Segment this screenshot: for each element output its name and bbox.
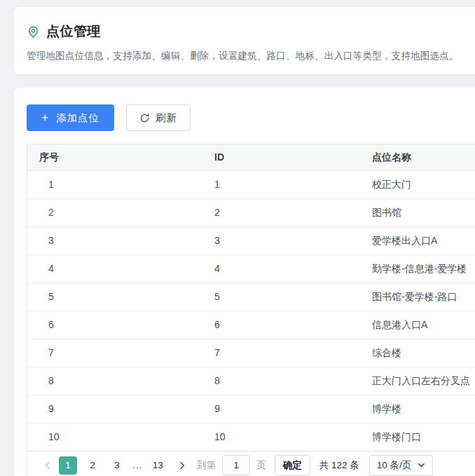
table-row: 5 5 图书馆-爱学楼-路口 <box>27 283 475 311</box>
refresh-button[interactable]: 刷新 <box>126 104 191 131</box>
cell-index: 1 <box>27 171 202 199</box>
page-size-value: 10 条/页 <box>377 459 412 472</box>
table-row: 2 2 图书馆 <box>27 199 475 227</box>
cell-index: 7 <box>27 339 202 367</box>
cell-name: 博学楼 <box>360 395 475 423</box>
cell-name: 图书馆 <box>360 199 475 227</box>
chevron-down-icon <box>418 461 425 469</box>
cell-name: 博学楼门口 <box>360 423 475 451</box>
cell-id: 8 <box>202 367 360 395</box>
cell-id: 5 <box>202 283 360 311</box>
table-row: 4 4 勤学楼-信息港-爱学楼 <box>27 255 475 283</box>
chevron-right-icon[interactable] <box>177 461 187 470</box>
cell-name: 正大门入口左右分叉点 <box>360 367 475 395</box>
page-ellipsis: ... <box>132 460 142 470</box>
cell-name: 图书馆-爱学楼-路口 <box>360 283 475 311</box>
content-card: + 添加点位 刷新 序号 ID 点位名称 <box>14 88 475 476</box>
points-table-container: 序号 ID 点位名称 1 1 校正大门 2 2 图书馆 3 3 <box>27 144 475 476</box>
table-row: 8 8 正大门入口左右分叉点 <box>27 367 475 395</box>
cell-id: 10 <box>202 423 360 451</box>
table-row: 3 3 爱学楼出入口A <box>27 227 475 255</box>
cell-id: 7 <box>202 339 360 367</box>
title-row: 点位管理 <box>27 22 475 41</box>
cell-id: 9 <box>202 395 360 423</box>
page-button-1[interactable]: 1 <box>59 456 77 475</box>
cell-id: 4 <box>202 255 360 283</box>
header-card: 点位管理 管理地图点位信息，支持添加、编辑、删除，设置建筑、路口、地标、出入口等… <box>14 7 475 74</box>
location-pin-icon <box>27 25 40 39</box>
page-description: 管理地图点位信息，支持添加、编辑、删除，设置建筑、路口、地标、出入口等类型，支持… <box>27 50 475 62</box>
cell-index: 2 <box>27 199 202 227</box>
cell-id: 3 <box>202 227 360 255</box>
cell-index: 9 <box>27 395 202 423</box>
cell-index: 10 <box>27 423 202 451</box>
column-header-name: 点位名称 <box>360 144 475 171</box>
cell-index: 5 <box>27 283 202 311</box>
cell-id: 2 <box>202 199 360 227</box>
cell-index: 3 <box>27 227 202 255</box>
cell-index: 8 <box>27 367 202 395</box>
table-row: 10 10 博学楼门口 <box>27 423 475 451</box>
pagination: 1 2 3 ... 13 到第 页 确定 共 122 条 10 条/页 <box>27 451 475 476</box>
table-row: 7 7 综合楼 <box>27 339 475 367</box>
confirm-button[interactable]: 确定 <box>275 455 310 476</box>
points-table: 序号 ID 点位名称 1 1 校正大门 2 2 图书馆 3 3 <box>27 144 475 451</box>
plus-icon: + <box>41 111 49 125</box>
table-row: 9 9 博学楼 <box>27 395 475 423</box>
table-row: 6 6 信息港入口A <box>27 311 475 339</box>
add-point-button[interactable]: + 添加点位 <box>27 104 114 131</box>
cell-index: 6 <box>27 311 202 339</box>
page-title: 点位管理 <box>46 22 101 41</box>
column-header-id: ID <box>202 144 360 171</box>
cell-name: 综合楼 <box>360 339 475 367</box>
page-size-select[interactable]: 10 条/页 <box>369 455 434 476</box>
table-header-row: 序号 ID 点位名称 <box>27 144 475 171</box>
refresh-icon <box>139 113 150 123</box>
page-button-13[interactable]: 13 <box>149 456 167 475</box>
chevron-left-icon[interactable] <box>43 461 53 470</box>
goto-page-label: 到第 <box>197 459 216 472</box>
total-count-text: 共 122 条 <box>319 459 359 472</box>
cell-id: 1 <box>202 171 360 199</box>
add-point-label: 添加点位 <box>56 111 99 125</box>
column-header-index: 序号 <box>27 144 202 171</box>
refresh-label: 刷新 <box>156 111 177 125</box>
toolbar: + 添加点位 刷新 <box>27 104 475 131</box>
cell-name: 爱学楼出入口A <box>360 227 475 255</box>
table-row: 1 1 校正大门 <box>27 171 475 199</box>
cell-name: 信息港入口A <box>360 311 475 339</box>
cell-name: 勤学楼-信息港-爱学楼 <box>360 255 475 283</box>
page-button-3[interactable]: 3 <box>108 456 126 475</box>
goto-page-input[interactable] <box>222 455 250 475</box>
cell-id: 6 <box>202 311 360 339</box>
page-button-2[interactable]: 2 <box>83 456 102 475</box>
page-unit-label: 页 <box>256 459 266 472</box>
cell-index: 4 <box>27 255 202 283</box>
cell-name: 校正大门 <box>360 171 475 199</box>
